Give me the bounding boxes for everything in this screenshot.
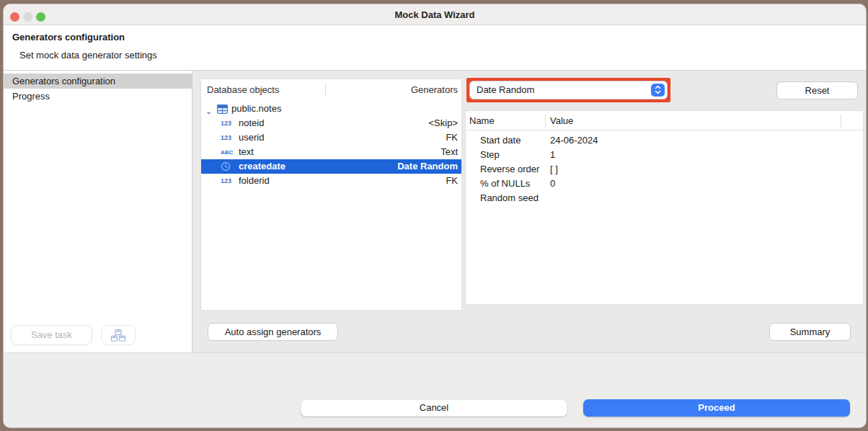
sidebar-item-generators-configuration[interactable]: Generators configuration: [4, 74, 192, 89]
property-value[interactable]: [ ]: [550, 162, 558, 177]
tree-column-headers[interactable]: Database objects Generators: [201, 79, 461, 101]
tree-row-column[interactable]: 123 noteid <Skip>: [201, 116, 461, 130]
auto-assign-generators-button[interactable]: Auto assign generators: [208, 323, 338, 341]
tree-row-table[interactable]: ⌄ public.notes: [201, 102, 461, 116]
column-header-generators[interactable]: Generators: [411, 79, 458, 101]
tree-row-column[interactable]: ABC text Text: [201, 145, 461, 159]
page-title: Generators configuration: [12, 32, 125, 43]
sidebar-item-progress[interactable]: Progress: [4, 89, 192, 104]
save-task-button[interactable]: Save task: [11, 325, 92, 345]
wizard-header: Generators configuration Set mock data g…: [4, 26, 866, 70]
summary-button[interactable]: Summary: [769, 323, 851, 341]
column-generator-value[interactable]: <Skip>: [429, 116, 458, 130]
tree-table-label[interactable]: public.notes: [231, 102, 281, 116]
property-row[interactable]: Random seed: [466, 191, 863, 205]
tree-row-column-selected[interactable]: createdate Date Random: [201, 159, 461, 174]
reset-button[interactable]: Reset: [776, 81, 858, 99]
column-name[interactable]: text: [239, 145, 254, 159]
property-value[interactable]: 1: [550, 148, 555, 162]
column-generator-value[interactable]: FK: [446, 130, 458, 145]
annotation-highlight-box: Date Random: [466, 78, 670, 102]
cancel-button[interactable]: Cancel: [301, 399, 567, 417]
property-name: Step: [480, 148, 500, 162]
column-divider[interactable]: [545, 114, 546, 128]
mock-data-wizard-window: Mock Data Wizard Generators configuratio…: [3, 4, 867, 428]
column-divider[interactable]: [841, 114, 841, 128]
tree-row-column[interactable]: 123 folderid FK: [201, 174, 461, 188]
column-name[interactable]: userid: [239, 130, 264, 145]
properties-column-headers[interactable]: Name Value: [466, 111, 863, 130]
dropdown-stepper-icon[interactable]: [651, 84, 665, 97]
main-content: Database objects Generators ⌄ pu: [192, 71, 866, 352]
property-name: Reverse order: [480, 162, 539, 177]
title-bar[interactable]: Mock Data Wizard: [4, 4, 866, 25]
dialog-footer: Cancel Proceed: [4, 352, 866, 427]
column-generator-value[interactable]: Date Random: [397, 159, 458, 174]
column-name[interactable]: noteid: [239, 116, 264, 130]
wizard-steps-sidebar: Generators configuration Progress Save t…: [4, 71, 192, 352]
proceed-button[interactable]: Proceed: [583, 399, 850, 417]
task-variables-button[interactable]: [101, 325, 136, 345]
desktop-background: { "window": { "title": "Mock Data Wizard…: [0, 0, 868, 431]
property-row[interactable]: Start date 24-06-2024: [466, 133, 863, 148]
column-header-database-objects[interactable]: Database objects: [207, 79, 279, 101]
numeric-type-icon: 123: [221, 133, 236, 142]
column-header-value[interactable]: Value: [550, 111, 573, 130]
column-generator-value[interactable]: FK: [446, 174, 458, 188]
property-row[interactable]: Step 1: [466, 148, 863, 162]
property-value[interactable]: 24-06-2024: [550, 133, 598, 148]
property-value[interactable]: 0: [550, 177, 555, 191]
numeric-type-icon: 123: [221, 177, 236, 185]
database-objects-panel: Database objects Generators ⌄ pu: [200, 79, 462, 311]
window-title: Mock Data Wizard: [4, 4, 866, 25]
string-type-icon: ABC: [221, 148, 236, 157]
numeric-type-icon: 123: [221, 119, 236, 128]
property-row[interactable]: % of NULLs 0: [466, 177, 863, 191]
generator-select-value: Date Random: [477, 81, 534, 99]
property-name: Start date: [480, 133, 521, 148]
page-subtitle: Set mock data generator settings: [19, 50, 157, 61]
generator-properties-panel: Name Value Start date 24-06-2024 Step 1 …: [465, 110, 864, 305]
property-name: Random seed: [480, 191, 539, 205]
tree-row-column[interactable]: 123 userid FK: [201, 130, 461, 145]
property-row[interactable]: Reverse order [ ]: [466, 162, 863, 177]
wizard-body: Generators configuration Progress Save t…: [4, 71, 866, 352]
column-name[interactable]: folderid: [239, 174, 270, 188]
column-generator-value[interactable]: Text: [440, 145, 458, 159]
column-divider[interactable]: [325, 84, 326, 97]
task-variables-icon: [110, 334, 126, 345]
generator-select[interactable]: Date Random: [469, 81, 668, 99]
column-name[interactable]: createdate: [239, 159, 285, 174]
property-name: % of NULLs: [480, 177, 530, 191]
column-header-name[interactable]: Name: [469, 111, 495, 130]
